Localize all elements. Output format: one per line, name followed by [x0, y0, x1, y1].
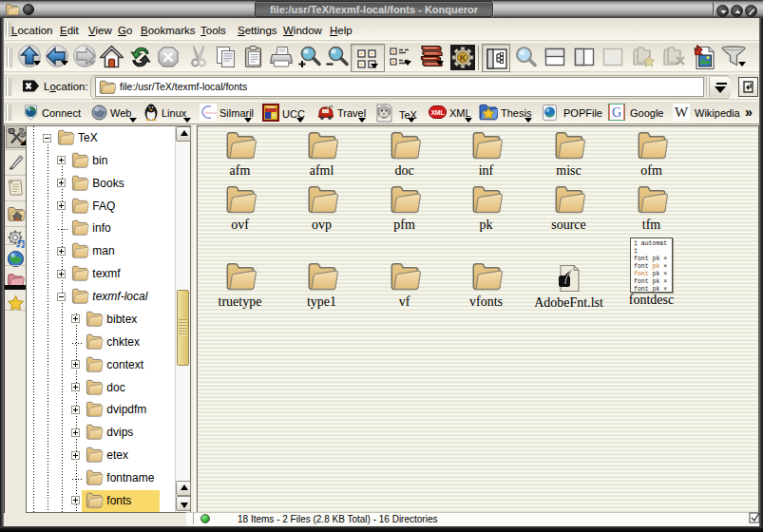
svg-text:diamond: diamond	[205, 110, 217, 115]
svg-text:G: G	[612, 105, 621, 120]
svg-text:K: K	[460, 53, 467, 63]
svg-text:XML: XML	[431, 109, 445, 116]
svg-text:W: W	[675, 104, 689, 120]
